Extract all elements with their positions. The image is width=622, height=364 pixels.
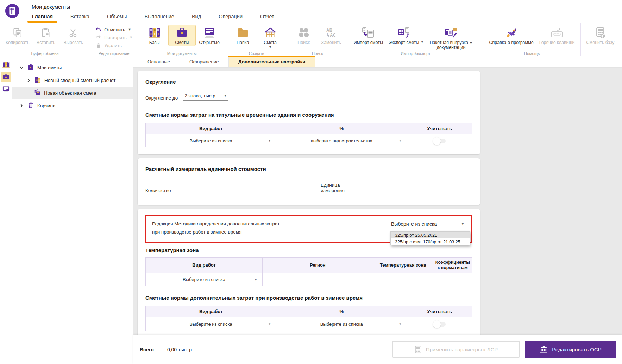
- tree-item-summary-calculation[interactable]: Новый сводный сметный расчет: [12, 74, 133, 87]
- group-label-help: Помощь: [483, 51, 580, 56]
- work-type-select[interactable]: Выберите из списка▼: [146, 134, 276, 147]
- about-button[interactable]: Справка о программе: [486, 25, 536, 46]
- option-325pr-2021[interactable]: 325/пр от 25.05.2021: [391, 232, 470, 238]
- export-icon: [397, 26, 410, 39]
- new-estimate-dropdown-caret[interactable]: ▼: [269, 46, 272, 49]
- footer-bar: Всего 0,00 тыс. р. Применить параметры к…: [133, 335, 622, 364]
- ribbon-tab-execution[interactable]: Выполнение: [140, 11, 179, 23]
- column-header-coefficients: Коэффициенты к нормативам: [433, 258, 472, 273]
- briefcase-icon: [176, 26, 188, 39]
- toolbar-group-editing: Отменить ▼ Повторить ▼ Удалить Редактиро…: [90, 23, 137, 56]
- ribbon-tab-volumes[interactable]: Объёмы: [102, 11, 132, 23]
- document-tree: Мои сметы Новый сводный сметный расчет Н…: [12, 56, 133, 364]
- replace-button[interactable]: AB↳AC Заменить: [318, 25, 345, 46]
- total-label: Всего: [140, 347, 154, 352]
- rounding-select[interactable]: 2 знака, тыс.р. ▼: [183, 93, 228, 101]
- winter-method-options: 325/пр от 25.05.2021 325/пр с изм. 170/п…: [390, 231, 470, 245]
- tree-item-object-estimate[interactable]: Новая объектная смета: [12, 87, 133, 99]
- import-icon: [362, 26, 375, 39]
- open-documents-button[interactable]: Открытые: [196, 25, 223, 46]
- chevron-right-icon[interactable]: [26, 78, 31, 83]
- tab-main[interactable]: Основные: [138, 56, 180, 67]
- column-header-consider: Учитывать: [407, 306, 472, 317]
- export-estimate-button[interactable]: Экспорт сметы ▼: [386, 25, 422, 47]
- column-header-percent: %: [276, 306, 407, 317]
- redo-button[interactable]: Повторить ▼: [95, 35, 132, 40]
- chevron-down-icon[interactable]: [19, 65, 24, 70]
- calculator-icon: [414, 346, 422, 353]
- consider-toggle[interactable]: [434, 139, 446, 143]
- table-row: Выберите из списка▼ Выберите из списка▼: [146, 317, 472, 331]
- ribbon-tab-view[interactable]: Вид: [187, 11, 206, 23]
- tab-additional-settings[interactable]: Дополнительные настройки: [229, 56, 315, 67]
- temp-buildings-title: Сметные нормы затрат на титульные времен…: [145, 112, 472, 118]
- column-header-consider: Учитывать: [407, 123, 472, 134]
- hotkeys-button[interactable]: Горячие клавиши: [536, 25, 578, 46]
- work-type-select[interactable]: Выберите из списка▼: [146, 317, 276, 331]
- briefcase-icon: [27, 64, 34, 71]
- title-bar: Мои документы Главная Вставка Объёмы Вып…: [0, 0, 622, 23]
- batch-export-button[interactable]: Пакетная выгрузка ▼документации: [422, 25, 480, 51]
- document-tab-bar: Основные Оформление Дополнительные настр…: [133, 56, 622, 68]
- change-base-button[interactable]: Сменить базу: [584, 25, 617, 46]
- edit-osr-button[interactable]: Редактировать ОСР: [525, 341, 616, 358]
- paste-button[interactable]: Вставить: [32, 25, 59, 46]
- coefficients-cell: [433, 273, 472, 286]
- strip-bases-button[interactable]: [1, 60, 11, 70]
- batch-dropdown-caret[interactable]: ▼: [470, 41, 473, 45]
- toolbar-group-search: Поиск AB↳AC Заменить Поиск: [287, 23, 348, 56]
- window-title: Мои документы: [32, 4, 70, 10]
- calculator-sync-icon: [595, 26, 606, 39]
- ribbon-tab-bar: Главная Вставка Объёмы Выполнение Вид Оп…: [27, 11, 287, 23]
- quantity-input[interactable]: [179, 185, 299, 193]
- column-header-temp-zone: Температурная зона: [373, 258, 433, 273]
- new-folder-button[interactable]: Папка: [229, 25, 257, 46]
- construction-type-select[interactable]: выберите вид строительства▼: [276, 134, 407, 147]
- apply-parameters-button[interactable]: Применить параметры к ЛСР: [392, 341, 520, 358]
- consider-cell: [407, 317, 472, 331]
- undo-button[interactable]: Отменить ▼: [95, 27, 132, 32]
- chevron-down-icon: ▼: [398, 139, 402, 142]
- tree-item-my-estimates[interactable]: Мои сметы: [12, 61, 133, 74]
- toolbar-group-my-documents: Базы Сметы Открытые Мои документы: [138, 23, 226, 56]
- consider-toggle[interactable]: [434, 322, 446, 327]
- ribbon-toolbar: Копировать Вставить Вырезать Буфер обмен…: [0, 23, 622, 56]
- replace-ab-ac-icon: AB↳AC: [326, 26, 336, 39]
- copy-button[interactable]: Копировать: [3, 25, 32, 46]
- winter-method-select[interactable]: Выберите из списка ▼ 325/пр от 25.05.202…: [390, 221, 465, 229]
- strip-estimates-button[interactable]: [1, 72, 11, 82]
- winter-costs-table: Вид работ % Учитывать Выберите из списка…: [145, 306, 472, 331]
- find-button[interactable]: Поиск: [290, 25, 318, 46]
- option-325pr-170pr-2025[interactable]: 325/пр с изм. 170/пр от 21.03.25: [391, 238, 470, 245]
- region-cell[interactable]: [263, 273, 373, 286]
- ribbon-tab-operations[interactable]: Операции: [214, 11, 247, 23]
- estimates-button[interactable]: Сметы: [168, 25, 196, 46]
- import-estimate-button[interactable]: Импорт сметы: [351, 25, 386, 46]
- delete-button[interactable]: Удалить: [95, 43, 132, 49]
- chevron-down-icon: ▼: [224, 94, 227, 97]
- app-logo-icon: [5, 4, 20, 18]
- winter-method-label: Редакция Методики определения дополнител…: [152, 220, 279, 236]
- rounding-label: Округление до: [145, 95, 178, 101]
- tree-item-trash[interactable]: Корзина: [12, 99, 133, 112]
- column-header-work-type: Вид работ: [146, 258, 263, 273]
- rounding-title: Округление: [145, 79, 472, 85]
- strip-open-button[interactable]: [1, 84, 11, 94]
- bases-button[interactable]: Базы: [141, 25, 168, 46]
- unit-input[interactable]: [372, 185, 472, 193]
- undo-dropdown-caret[interactable]: ▼: [128, 28, 131, 31]
- chevron-right-icon[interactable]: [19, 103, 24, 108]
- percent-select[interactable]: Выберите из списка▼: [276, 317, 407, 331]
- tab-formatting[interactable]: Оформление: [180, 56, 229, 67]
- temp-zone-cell: [373, 273, 433, 286]
- ribbon-tab-home[interactable]: Главная: [27, 11, 57, 23]
- total-value: 0,00 тыс. р.: [167, 347, 193, 352]
- cut-button[interactable]: Вырезать: [59, 25, 87, 46]
- ribbon-tab-insert[interactable]: Вставка: [66, 11, 94, 23]
- settings-scroll-area: Округление Округление до 2 знака, тыс.р.…: [133, 68, 622, 335]
- crane-building-icon: [34, 89, 41, 97]
- redo-dropdown-caret[interactable]: ▼: [130, 36, 133, 39]
- new-estimate-button[interactable]: Смета ▼: [257, 25, 284, 50]
- work-type-select[interactable]: Выберите из списка▼: [146, 273, 263, 286]
- ribbon-tab-report[interactable]: Отчет: [256, 11, 279, 23]
